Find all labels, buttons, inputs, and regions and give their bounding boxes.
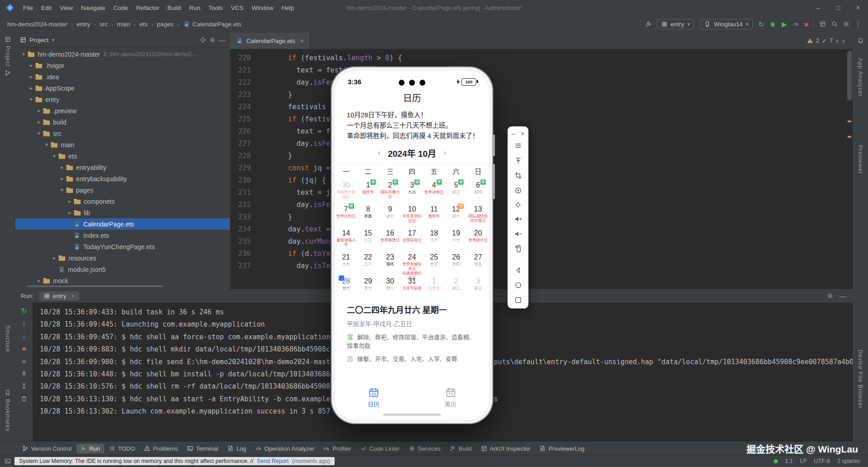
line-number[interactable]: 230 bbox=[230, 174, 258, 187]
run-config-dropdown[interactable]: entry▾ bbox=[657, 19, 695, 29]
close-window-button[interactable]: × bbox=[848, 0, 868, 15]
device-file-browser-tool-button[interactable]: Device File Browser bbox=[853, 350, 868, 409]
toolwindow-run[interactable]: Run bbox=[77, 444, 104, 453]
commit-tool-icon[interactable] bbox=[5, 70, 11, 76]
tree-item-mock[interactable]: ▸mock bbox=[15, 275, 230, 286]
tree-item-build[interactable]: ▸build bbox=[15, 116, 230, 128]
line-number[interactable]: 234 bbox=[230, 223, 258, 236]
calendar-day-cell[interactable]: 17全国扶贫日 bbox=[401, 226, 423, 250]
tree-item-index-ets[interactable]: etsIndex.ets bbox=[15, 230, 230, 241]
close-run-tab-icon[interactable]: × bbox=[72, 293, 75, 299]
calendar-day-cell[interactable]: 29廿七 bbox=[357, 274, 379, 298]
close-tab-icon[interactable]: × bbox=[300, 38, 304, 44]
calendar-day-cell[interactable]: 27廿五 bbox=[467, 250, 489, 274]
recents-icon[interactable] bbox=[514, 296, 522, 304]
tree-item-lib[interactable]: ▸lib bbox=[15, 207, 230, 218]
run-settings-icon[interactable] bbox=[827, 293, 833, 299]
pin-button[interactable] bbox=[21, 371, 27, 377]
chevron-collapsed-icon[interactable]: ▸ bbox=[35, 119, 43, 125]
prev-issue-icon[interactable]: ∧ bbox=[835, 38, 839, 44]
status-LF[interactable]: LF bbox=[800, 458, 807, 464]
calendar-day-cell[interactable]: 19十七 bbox=[445, 226, 467, 250]
hide-run-panel-button[interactable]: — bbox=[839, 293, 846, 299]
toolwindow-problems[interactable]: Problems bbox=[140, 444, 182, 453]
chevron-expanded-icon[interactable]: ▾ bbox=[35, 130, 43, 136]
menu-view[interactable]: View bbox=[56, 5, 77, 11]
more-actions-button[interactable]: ⋮ bbox=[855, 21, 862, 28]
menu-edit[interactable]: Edit bbox=[37, 5, 56, 11]
error-stripe[interactable] bbox=[846, 49, 853, 289]
chevron-expanded-icon[interactable]: ▾ bbox=[58, 187, 66, 193]
calendar-day-cell[interactable]: 休6初四 bbox=[467, 178, 489, 202]
calendar-day-cell[interactable]: 25廿三 bbox=[423, 250, 445, 274]
toolwindow-arkui-inspector[interactable]: ArkUI Inspector bbox=[477, 444, 535, 453]
calendar-day-cell[interactable]: 11重阳节 bbox=[423, 202, 445, 226]
line-number[interactable]: 222 bbox=[230, 77, 258, 89]
calendar-day-cell[interactable]: 9初七 bbox=[379, 202, 401, 226]
calendar-day-cell[interactable]: 26廿四 bbox=[445, 250, 467, 274]
scroll-top-icon[interactable] bbox=[514, 157, 522, 164]
volume-down-icon[interactable] bbox=[514, 230, 522, 238]
menu-navigate[interactable]: Navigate bbox=[77, 5, 109, 11]
calendar-day-cell[interactable]: 休5初三 bbox=[445, 178, 467, 202]
tree-item-todayyunchengpage-ets[interactable]: etsTodayYunChengPage.ets bbox=[15, 241, 230, 252]
tree-item-resources[interactable]: ▸resources bbox=[15, 252, 230, 264]
structure-tool-button[interactable]: Structure bbox=[0, 325, 15, 352]
next-issue-icon[interactable]: ∨ bbox=[842, 38, 845, 44]
calendar-day-cell[interactable]: 10辛亥革命纪念日 bbox=[401, 202, 423, 226]
build-tools-icon[interactable] bbox=[645, 21, 652, 27]
menu-icon[interactable] bbox=[514, 142, 522, 149]
line-number[interactable]: 221 bbox=[230, 64, 258, 77]
run-tab-entry[interactable]: entry × bbox=[39, 291, 80, 301]
send-report-link[interactable]: Send Report bbox=[257, 458, 288, 464]
calendar-day-cell[interactable]: 8寒露 bbox=[357, 202, 379, 226]
tree-item-entryability[interactable]: ▸entryability bbox=[15, 162, 230, 173]
editor-tab-calendarpage[interactable]: ets CalendarPage.ets × bbox=[230, 33, 310, 49]
breadcrumb-ets[interactable]: ets bbox=[139, 20, 149, 29]
calendar-day-cell[interactable]: 20世界统计日 bbox=[467, 226, 489, 250]
calendar-day-cell[interactable]: 18十六 bbox=[423, 226, 445, 250]
chevron-expanded-icon[interactable]: ▾ bbox=[43, 142, 50, 148]
chevron-collapsed-icon[interactable]: ▸ bbox=[58, 164, 66, 170]
chevron-collapsed-icon[interactable]: ▸ bbox=[35, 278, 43, 284]
calendar-day-cell[interactable]: 1万圣节 bbox=[423, 274, 445, 298]
menu-build[interactable]: Build bbox=[163, 5, 185, 11]
line-number[interactable]: 228 bbox=[230, 150, 258, 162]
device-file-browser-button[interactable] bbox=[820, 21, 826, 27]
menu-code[interactable]: Code bbox=[109, 5, 132, 11]
tree-item-hm-demo2024-master[interactable]: ▾hm-demo2024-masterE:\hm-demo20241028\hm… bbox=[15, 48, 230, 60]
calendar-day-cell[interactable]: 3初三 bbox=[467, 274, 489, 298]
breadcrumb-hm-demo2024-master[interactable]: hm-demo2024-master bbox=[6, 20, 68, 29]
close-previewer-button[interactable]: × bbox=[521, 130, 524, 137]
project-options-button[interactable] bbox=[209, 37, 216, 43]
tree-item-calendarpage-ets[interactable]: etsCalendarPage.ets bbox=[15, 218, 230, 230]
project-tool-button[interactable]: Project bbox=[0, 36, 15, 76]
locate-icon[interactable] bbox=[515, 202, 521, 208]
breadcrumb-main[interactable]: main bbox=[116, 20, 131, 29]
line-number[interactable]: 233 bbox=[230, 211, 258, 223]
menu-file[interactable]: File bbox=[19, 5, 37, 11]
tree-item-src[interactable]: ▾src bbox=[15, 128, 230, 139]
line-number[interactable]: 237 bbox=[230, 260, 258, 272]
minimize-window-button[interactable]: – bbox=[808, 0, 828, 15]
notifications-button[interactable] bbox=[853, 37, 868, 44]
calendar-day-cell[interactable]: 31万圣节前夜 bbox=[401, 274, 423, 298]
line-number[interactable]: 220 bbox=[230, 52, 258, 64]
line-number[interactable]: 232 bbox=[230, 199, 258, 211]
tree-item-entry[interactable]: ▾entry bbox=[15, 94, 230, 105]
scrollend-button[interactable]: ↧ bbox=[21, 383, 27, 390]
breadcrumb-entry[interactable]: entry bbox=[76, 20, 91, 29]
debug-button[interactable] bbox=[769, 21, 776, 28]
breadcrumb-pages[interactable]: pages bbox=[156, 20, 175, 29]
next-month-button[interactable]: › bbox=[443, 148, 446, 158]
app-analyzer-tool-button[interactable]: App Analyzer bbox=[853, 58, 868, 97]
code-editor[interactable]: 220if (festivals.length > 0) {221 text =… bbox=[230, 49, 853, 272]
calendar-day-cell[interactable]: 14葡萄酒情人节 bbox=[335, 226, 357, 250]
tab-calendar[interactable]: 日历 bbox=[335, 387, 412, 408]
chevron-expanded-icon[interactable]: ▾ bbox=[20, 51, 27, 57]
line-number[interactable]: 225 bbox=[230, 113, 258, 125]
event-log-icon[interactable] bbox=[5, 458, 11, 464]
volume-up-icon[interactable] bbox=[514, 215, 522, 223]
run-button[interactable]: ▶ bbox=[782, 21, 787, 28]
restart-app-button[interactable]: ↻ bbox=[758, 21, 764, 28]
